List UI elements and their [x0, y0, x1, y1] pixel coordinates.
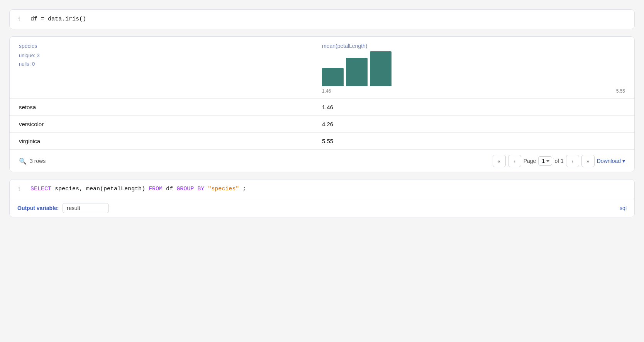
results-block: species unique: 3 nulls: 0 mean(petalLen…	[9, 36, 635, 172]
sql-keyword-groupby: GROUP BY	[176, 186, 204, 192]
rows-count: 3 rows	[30, 158, 46, 164]
download-label: Download	[597, 158, 621, 164]
row-species-2: versicolor	[19, 121, 322, 127]
petal-length-col-header: mean(petalLength)	[322, 43, 625, 49]
sql-code: SELECT species, mean(petalLength) FROM d…	[31, 186, 246, 192]
species-nulls: nulls: 0	[19, 60, 322, 68]
page-select[interactable]: 1	[538, 156, 552, 166]
code-cell-1: 1 df = data.iris()	[9, 9, 635, 29]
bar-axis-labels: 1.46 5.55	[322, 88, 625, 94]
table-row: setosa 1.46	[10, 99, 634, 116]
output-var-bar: Output variable: sql	[10, 199, 634, 217]
row-value-2: 4.26	[322, 121, 625, 127]
bar-max-label: 5.55	[616, 88, 625, 94]
sql-cell: 1 SELECT species, mean(petalLength) FROM…	[9, 179, 635, 217]
page-indicator: Page 1 of 1	[524, 156, 564, 166]
line-number-1: 1	[17, 17, 24, 23]
search-icon: 🔍	[19, 157, 27, 165]
sql-string-species: "species"	[208, 186, 239, 192]
sql-text-1: species, mean(petalLength)	[55, 186, 149, 192]
next-page-button[interactable]: ›	[566, 155, 579, 167]
sql-text-4: ;	[242, 186, 246, 192]
row-value-1: 1.46	[322, 104, 625, 110]
sql-keyword-from: FROM	[149, 186, 163, 192]
download-button[interactable]: Download ▾	[597, 158, 625, 164]
sql-code-area: 1 SELECT species, mean(petalLength) FROM…	[10, 179, 634, 199]
sql-text-2: df	[166, 186, 176, 192]
first-page-button[interactable]: «	[493, 155, 506, 167]
row-species-3: virginica	[19, 138, 322, 144]
bar-setosa	[322, 68, 344, 86]
table-footer: 🔍 3 rows « ‹ Page 1 of 1 › » Download ▾	[10, 150, 634, 172]
table-row: virginica 5.55	[10, 133, 634, 150]
sql-keyword-select: SELECT	[31, 186, 51, 192]
bar-min-label: 1.46	[322, 88, 331, 94]
summary-section: species unique: 3 nulls: 0 mean(petalLen…	[10, 37, 634, 99]
output-var-label: Output variable:	[17, 205, 59, 211]
pagination-controls: « ‹ Page 1 of 1 › » Download ▾	[493, 155, 625, 167]
prev-page-button[interactable]: ‹	[508, 155, 521, 167]
of-label: of 1	[554, 158, 563, 164]
last-page-button[interactable]: »	[581, 155, 595, 167]
bars-container	[322, 51, 391, 86]
sql-type-label: sql	[620, 205, 627, 211]
code-content-1: df = data.iris()	[31, 16, 86, 22]
species-unique: unique: 3	[19, 51, 322, 60]
bar-virginica	[370, 51, 391, 86]
sql-line-number: 1	[17, 186, 24, 193]
row-value-3: 5.55	[322, 138, 625, 144]
petal-length-summary: mean(petalLength) 1.46 5.55	[322, 43, 625, 94]
download-chevron-icon: ▾	[622, 158, 625, 164]
rows-info: 🔍 3 rows	[19, 157, 46, 165]
bar-versicolor	[346, 58, 368, 86]
species-col-header: species	[19, 43, 322, 49]
table-row: versicolor 4.26	[10, 116, 634, 133]
row-species-1: setosa	[19, 104, 322, 110]
species-summary: species unique: 3 nulls: 0	[19, 43, 322, 94]
page-label: Page	[524, 158, 536, 164]
bar-chart: 1.46 5.55	[322, 51, 625, 94]
output-var-input[interactable]	[63, 203, 109, 213]
